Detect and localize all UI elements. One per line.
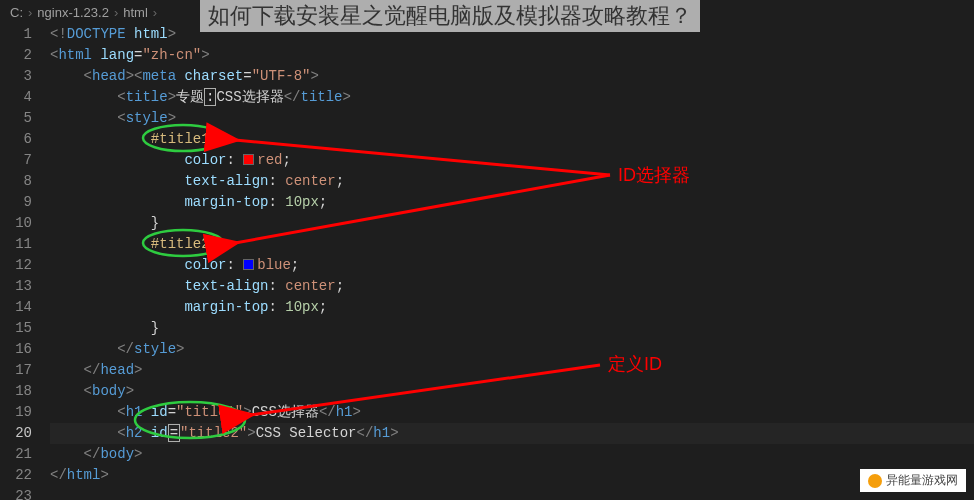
code-line: } [50, 318, 974, 339]
color-swatch-icon [243, 259, 254, 270]
chevron-right-icon: › [153, 5, 157, 20]
code-line: <head><meta charset="UTF-8"> [50, 66, 974, 87]
code-line: #title1{ [50, 129, 974, 150]
code-content[interactable]: <!DOCTYPE html> <html lang="zh-cn"> <hea… [50, 24, 974, 500]
code-line: margin-top: 10px; [50, 297, 974, 318]
code-line: <h2 id="title2">CSS Selector</h1> [50, 423, 974, 444]
annotation-label: ID选择器 [618, 163, 690, 187]
color-swatch-icon [243, 154, 254, 165]
code-line [50, 486, 974, 500]
code-line: text-align: center; [50, 171, 974, 192]
code-line: } [50, 213, 974, 234]
watermark-icon [868, 474, 882, 488]
code-line: #title2{ [50, 234, 974, 255]
chevron-right-icon: › [28, 5, 32, 20]
code-line: <style> [50, 108, 974, 129]
code-line: color: blue; [50, 255, 974, 276]
code-line: <title>专题:CSS选择器</title> [50, 87, 974, 108]
overlay-title: 如何下载安装星之觉醒电脑版及模拟器攻略教程？ [200, 0, 700, 32]
code-line: color: red; [50, 150, 974, 171]
watermark: 异能量游戏网 [860, 469, 966, 492]
code-line: text-align: center; [50, 276, 974, 297]
code-line: <h1 id="title1">CSS选择器</h1> [50, 402, 974, 423]
line-gutter: 1234567891011121314151617181920212223 [0, 24, 50, 500]
chevron-right-icon: › [114, 5, 118, 20]
code-line: margin-top: 10px; [50, 192, 974, 213]
breadcrumb-folder[interactable]: nginx-1.23.2 [37, 5, 109, 20]
code-line: <html lang="zh-cn"> [50, 45, 974, 66]
breadcrumb-folder[interactable]: html [123, 5, 148, 20]
code-editor[interactable]: 1234567891011121314151617181920212223 <!… [0, 24, 974, 500]
code-line: </head> [50, 360, 974, 381]
code-line: </style> [50, 339, 974, 360]
code-line: <body> [50, 381, 974, 402]
code-line: </html> [50, 465, 974, 486]
breadcrumb-drive[interactable]: C: [10, 5, 23, 20]
code-line: </body> [50, 444, 974, 465]
annotation-label: 定义ID [608, 352, 662, 376]
